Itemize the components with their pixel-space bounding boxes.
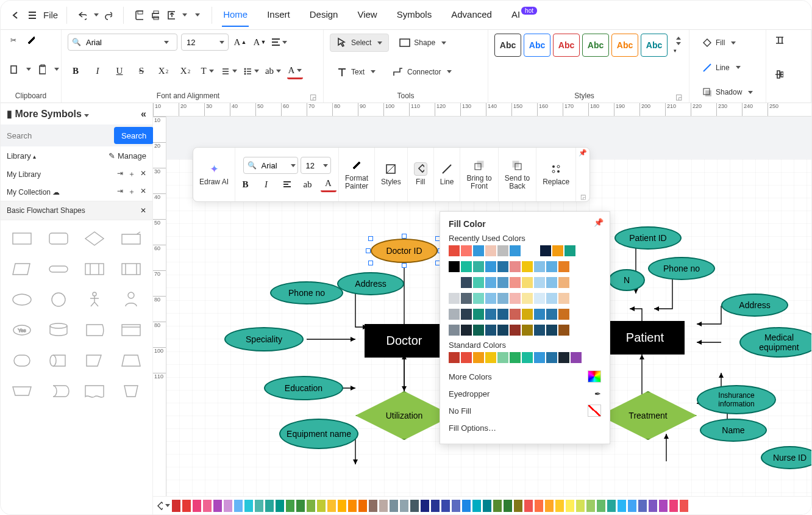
style-swatch[interactable]: Abc <box>582 34 609 57</box>
color-swatch[interactable] <box>449 352 460 363</box>
more-symbols-header[interactable]: More Symbols <box>15 109 81 119</box>
bold-button[interactable]: B <box>68 63 84 79</box>
phone-node[interactable]: Phone no <box>270 281 343 304</box>
color-swatch[interactable] <box>586 500 595 512</box>
file-menu[interactable]: File <box>43 10 58 20</box>
bullet-list-button[interactable] <box>243 63 259 79</box>
medical-eq-node[interactable]: Medical equipment <box>739 327 812 358</box>
paste-icon[interactable] <box>35 63 48 76</box>
color-swatch[interactable] <box>546 352 557 363</box>
shape-stencil[interactable] <box>41 346 76 375</box>
line-dropdown[interactable]: Line <box>696 59 760 77</box>
shadow-dropdown[interactable]: Shadow <box>696 83 760 101</box>
font-family-select[interactable]: 🔍 <box>68 34 177 51</box>
styles-more-icon[interactable]: ▾ <box>674 48 681 54</box>
shape-tool-button[interactable]: Shape <box>393 34 453 52</box>
font-color-button[interactable]: A <box>287 63 303 79</box>
patient-node[interactable]: Patient <box>605 321 685 355</box>
insurance-node[interactable]: Inshurance information <box>697 385 776 414</box>
mini-align[interactable] <box>279 176 295 192</box>
color-swatch[interactable] <box>224 500 232 512</box>
color-swatch[interactable] <box>546 325 557 336</box>
color-swatch[interactable] <box>618 500 626 512</box>
color-swatch[interactable] <box>638 500 647 512</box>
color-swatch[interactable] <box>558 309 569 320</box>
color-swatch[interactable] <box>461 277 472 288</box>
color-swatch[interactable] <box>473 309 484 320</box>
tab-ai[interactable]: AIhot <box>510 3 538 27</box>
color-swatch[interactable] <box>534 309 545 320</box>
superscript-button[interactable]: X2 <box>155 63 171 79</box>
shape-stencil[interactable] <box>4 346 40 375</box>
select-tool-button[interactable]: Select <box>330 34 389 52</box>
increase-font-icon[interactable]: A▲ <box>232 34 248 50</box>
color-swatch[interactable] <box>497 325 508 336</box>
shape-stencil[interactable] <box>113 254 149 284</box>
color-swatch[interactable] <box>552 245 563 256</box>
shape-stencil[interactable]: Yes <box>4 315 40 345</box>
subscript-button[interactable]: X2 <box>177 63 193 79</box>
my-library-row[interactable]: My Library ⇥＋✕ <box>1 165 152 183</box>
color-swatch[interactable] <box>504 500 512 512</box>
color-swatch[interactable] <box>449 261 460 272</box>
shape-stencil[interactable] <box>41 285 76 314</box>
popup-pin-icon[interactable]: 📌 <box>594 218 604 227</box>
color-swatch[interactable] <box>669 500 678 512</box>
color-swatch[interactable] <box>535 500 543 512</box>
color-swatch[interactable] <box>558 261 569 272</box>
color-swatch[interactable] <box>234 500 243 512</box>
fill-dropdown[interactable]: Fill <box>696 34 760 52</box>
align-distribute-icon[interactable] <box>772 34 786 47</box>
color-swatch[interactable] <box>400 500 408 512</box>
color-swatch[interactable] <box>449 245 460 256</box>
styles-expand-icon[interactable]: ◲ <box>674 93 683 101</box>
color-swatch[interactable] <box>473 277 484 288</box>
eyedropper-row[interactable]: Eyedropper✒ <box>449 385 601 402</box>
fill-bucket-icon[interactable] <box>157 499 170 513</box>
tab-home[interactable]: Home <box>222 3 249 27</box>
expand-icon[interactable]: ◲ <box>580 193 586 200</box>
edraw-ai-icon[interactable]: ✦ <box>210 162 219 176</box>
pin-icon[interactable]: 📌 <box>579 149 587 157</box>
symbol-search-button[interactable]: Search <box>114 127 154 144</box>
color-swatch[interactable] <box>485 325 496 336</box>
color-swatch[interactable] <box>534 261 545 272</box>
color-swatch[interactable] <box>276 500 284 512</box>
color-swatch[interactable] <box>449 309 460 320</box>
style-swatch[interactable]: Abc <box>524 34 550 57</box>
color-swatch[interactable] <box>449 293 460 304</box>
color-swatch[interactable] <box>607 500 616 512</box>
color-swatch[interactable] <box>522 325 533 336</box>
n-node[interactable]: N <box>608 269 645 291</box>
color-swatch[interactable] <box>558 277 569 288</box>
color-swatch[interactable] <box>421 500 429 512</box>
mini-fill-icon[interactable] <box>414 162 427 176</box>
tab-design[interactable]: Design <box>308 3 340 27</box>
color-swatch[interactable] <box>522 309 533 320</box>
color-swatch[interactable] <box>493 500 502 512</box>
color-swatch[interactable] <box>193 500 201 512</box>
tab-advanced[interactable]: Advanced <box>450 3 493 27</box>
color-swatch[interactable] <box>203 500 212 512</box>
library-collapse[interactable]: Library ▴ <box>7 151 36 160</box>
styles-gallery[interactable]: AbcAbcAbcAbcAbcAbc <box>494 34 668 57</box>
color-swatch[interactable] <box>534 325 545 336</box>
color-swatch[interactable] <box>555 500 564 512</box>
strikethrough-button[interactable]: S <box>134 63 149 79</box>
close-icon[interactable]: ✕ <box>140 169 146 179</box>
color-swatch[interactable] <box>540 245 551 256</box>
mini-bold[interactable]: B <box>238 176 254 192</box>
color-swatch[interactable] <box>213 500 222 512</box>
color-swatch[interactable] <box>566 500 574 512</box>
style-swatch[interactable]: Abc <box>553 34 580 57</box>
color-swatch[interactable] <box>510 352 521 363</box>
address2-node[interactable]: Address <box>721 294 788 317</box>
color-swatch[interactable] <box>307 500 315 512</box>
color-swatch[interactable] <box>265 500 274 512</box>
print-icon[interactable] <box>148 9 162 22</box>
color-swatch[interactable] <box>461 325 472 336</box>
redo-button[interactable] <box>101 9 115 22</box>
color-swatch[interactable] <box>172 500 180 512</box>
color-swatch[interactable] <box>522 277 533 288</box>
education-node[interactable]: Education <box>264 376 343 400</box>
